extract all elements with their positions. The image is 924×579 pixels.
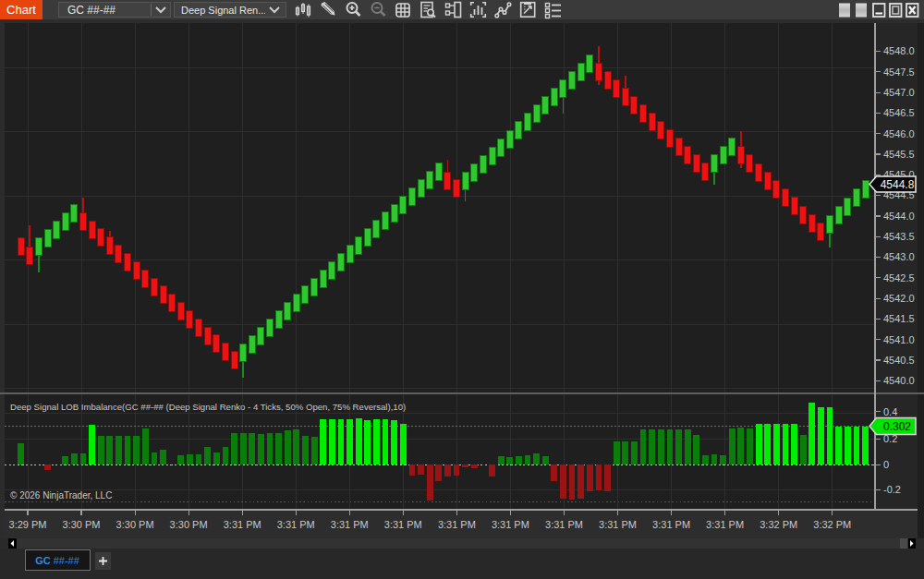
svg-text:4546.0: 4546.0 xyxy=(883,128,915,139)
svg-text:4546.5: 4546.5 xyxy=(883,107,915,118)
svg-text:Deep Signal LOB Imbalance(GC #: Deep Signal LOB Imbalance(GC ##-## (Deep… xyxy=(10,402,406,412)
svg-text:4540.5: 4540.5 xyxy=(883,355,915,366)
svg-text:3:31 PM: 3:31 PM xyxy=(277,519,315,530)
svg-text:3:31 PM: 3:31 PM xyxy=(492,519,529,530)
svg-text:0.4: 0.4 xyxy=(883,406,897,417)
svg-text:3:29 PM: 3:29 PM xyxy=(9,519,47,530)
svg-text:3:31 PM: 3:31 PM xyxy=(384,519,422,530)
svg-text:4541.0: 4541.0 xyxy=(883,334,915,345)
svg-text:3:30 PM: 3:30 PM xyxy=(63,519,101,530)
svg-text:4544.8: 4544.8 xyxy=(881,178,915,191)
svg-text:-0.2: -0.2 xyxy=(883,484,901,495)
svg-text:4540.0: 4540.0 xyxy=(883,375,915,386)
svg-text:4547.5: 4547.5 xyxy=(883,66,915,78)
svg-text:4545.5: 4545.5 xyxy=(883,149,915,160)
svg-text:3:30 PM: 3:30 PM xyxy=(116,519,154,530)
svg-text:3:31 PM: 3:31 PM xyxy=(599,519,637,530)
svg-text:3:31 PM: 3:31 PM xyxy=(224,519,261,530)
svg-text:4542.0: 4542.0 xyxy=(883,293,915,304)
svg-text:4547.0: 4547.0 xyxy=(883,87,915,98)
svg-text:0: 0 xyxy=(883,459,889,470)
svg-text:0.302: 0.302 xyxy=(883,420,911,433)
svg-text:3:30 PM: 3:30 PM xyxy=(170,519,208,530)
svg-text:3:31 PM: 3:31 PM xyxy=(438,519,476,530)
svg-text:3:32 PM: 3:32 PM xyxy=(760,519,797,530)
svg-text:4542.5: 4542.5 xyxy=(883,272,915,283)
svg-text:3:32 PM: 3:32 PM xyxy=(813,519,851,530)
svg-text:4543.5: 4543.5 xyxy=(883,231,915,242)
svg-text:3:31 PM: 3:31 PM xyxy=(706,519,744,530)
svg-text:4548.0: 4548.0 xyxy=(883,45,915,56)
svg-text:3:31 PM: 3:31 PM xyxy=(331,519,369,530)
svg-text:4543.0: 4543.0 xyxy=(883,251,915,262)
svg-text:© 2026 NinjaTrader, LLC: © 2026 NinjaTrader, LLC xyxy=(10,490,112,501)
svg-text:4544.0: 4544.0 xyxy=(883,211,915,222)
svg-text:3:31 PM: 3:31 PM xyxy=(652,519,690,530)
svg-text:3:31 PM: 3:31 PM xyxy=(545,519,583,530)
svg-text:4541.5: 4541.5 xyxy=(883,313,915,324)
